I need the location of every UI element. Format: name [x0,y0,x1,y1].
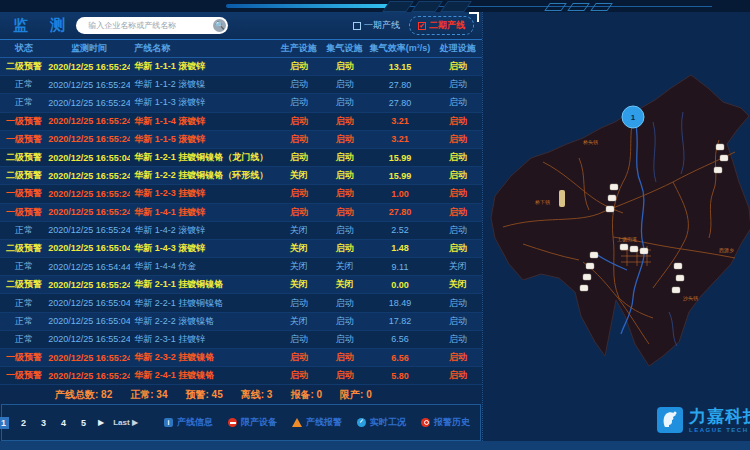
cell-eff: 1.00 [366,189,433,199]
table-row[interactable]: 一级预警2020/12/25 16:55:24华新 2-3-2 挂镀镍铬启动启动… [0,349,482,367]
cell-status: 一级预警 [0,351,48,364]
cell-gas: 启动 [323,60,366,73]
legend-alarm-history[interactable]: 报警历史 [421,416,470,429]
cell-treat: 启动 [434,60,482,73]
cell-prod: 启动 [275,297,323,310]
cell-eff: 27.80 [366,80,433,90]
table-row[interactable]: 正常2020/12/25 16:55:24华新 1-1-3 滚镀锌启动启动27.… [0,94,482,112]
table-row[interactable]: 一级预警2020/12/25 16:55:24华新 1-4-1 挂镀锌启动启动2… [0,204,482,222]
legend-label: 实时工况 [370,416,406,429]
phase2-checkbox[interactable]: ✔ 二期产线 [409,16,474,35]
column-header: 状态 [0,42,48,55]
cell-prod: 启动 [275,187,323,200]
table-header: 状态监测时间产线名称生产设施集气设施集气效率(m³/s)处理设施 [0,40,482,58]
bottom-strip [0,441,750,450]
table-row[interactable]: 正常2020/12/25 16:55:04华新 2-2-2 滚镀镍铬关闭启动17… [0,313,482,331]
logo-icon [657,407,683,433]
cell-treat: 关闭 [434,260,482,273]
cell-gas: 启动 [323,351,366,364]
cell-name: 华新 1-2-2 挂镀铜镍铬（环形线） [130,169,275,182]
table-row[interactable]: 一级预警2020/12/25 16:55:24华新 1-2-3 挂镀锌启动启动1… [0,185,482,203]
cell-treat: 启动 [434,369,482,382]
page-button[interactable]: 3 [38,417,49,429]
cell-prod: 启动 [275,151,323,164]
alarm-history-icon [421,418,430,427]
cell-eff: 27.80 [366,98,433,108]
landmark-marker[interactable] [559,190,565,207]
legend-label: 限产设备 [241,416,277,429]
cell-name: 华新 2-3-1 挂镀锌 [130,333,275,346]
cell-prod: 启动 [275,206,323,219]
summary-item: 正常: 34 [130,388,167,402]
search-input[interactable] [86,20,213,31]
cell-name: 华新 1-4-3 滚镀锌 [130,242,275,255]
column-header: 处理设施 [434,42,482,55]
legend-line-alert[interactable]: 产线报警 [292,416,342,429]
cell-time: 2020/12/25 16:55:04 [48,298,130,308]
map-panel[interactable]: 1 桥头镇桥下镇上塘街道西源乡沙头镇 [482,12,750,441]
table-row[interactable]: 正常2020/12/25 16:55:24华新 1-1-2 滚镀镍启动启动27.… [0,76,482,94]
cell-status: 正常 [0,78,48,91]
cell-status: 二级预警 [0,242,48,255]
cell-gas: 启动 [323,369,366,382]
table-row[interactable]: 一级预警2020/12/25 16:55:24华新 2-4-1 挂镀镍铬启动启动… [0,367,482,385]
page-button[interactable]: 1 [0,417,9,429]
cell-status: 二级预警 [0,169,48,182]
table-row[interactable]: 正常2020/12/25 16:54:44华新 1-4-4 仿金关闭关闭9.11… [0,258,482,276]
cell-status: 二级预警 [0,151,48,164]
table-row[interactable]: 正常2020/12/25 16:55:24华新 1-4-2 滚镀锌关闭启动2.5… [0,222,482,240]
map-place-label: 上塘街道 [617,236,637,243]
map-place-label: 桥头镇 [582,139,598,145]
table-row[interactable]: 二级预警2020/12/25 16:55:04华新 1-2-1 挂镀铜镍铬（龙门… [0,149,482,167]
search-icon[interactable]: 🔍 [213,19,226,32]
cell-prod: 启动 [275,133,323,146]
cell-gas: 启动 [323,151,366,164]
next-page-icon[interactable]: ▶ [98,418,104,427]
cell-time: 2020/12/25 16:55:04 [48,243,130,253]
table-row[interactable]: 一级预警2020/12/25 16:55:24华新 1-1-4 滚镀锌启动启动3… [0,113,482,131]
legend-restricted-device[interactable]: 限产设备 [228,416,277,429]
cell-status: 正常 [0,315,48,328]
cell-time: 2020/12/25 16:55:24 [48,334,130,344]
page-button[interactable]: 5 [78,417,89,429]
cell-eff: 13.15 [366,62,433,72]
cell-time: 2020/12/25 16:55:24 [48,207,130,217]
cell-eff: 3.21 [366,134,433,144]
last-page-button[interactable]: Last ▶ [113,418,138,427]
legend-bar: i产线信息限产设备产线报警实时工况报警历史 [164,416,470,429]
legend-realtime-status[interactable]: 实时工况 [357,416,406,429]
logo-en: LEAGUE TECH [689,427,750,433]
monitor-table: 二级预警2020/12/25 16:55:24华新 1-1-1 滚镀锌启动启动1… [0,58,482,385]
cell-gas: 启动 [323,297,366,310]
table-row[interactable]: 正常2020/12/25 16:55:24华新 2-3-1 挂镀锌启动启动6.5… [0,331,482,349]
cell-gas: 关闭 [323,260,366,273]
table-row[interactable]: 二级预警2020/12/25 16:55:24华新 2-1-1 挂镀铜镍铬关闭关… [0,276,482,294]
table-row[interactable]: 二级预警2020/12/25 16:55:24华新 1-1-1 滚镀锌启动启动1… [0,58,482,76]
page-button[interactable]: 2 [18,417,29,429]
cell-treat: 启动 [434,333,482,346]
cell-gas: 启动 [323,206,366,219]
legend-line-info[interactable]: i产线信息 [164,416,213,429]
company-logo: 力嘉科技 LEAGUE TECH [657,407,750,433]
column-header: 产线名称 [130,42,275,55]
cell-treat: 启动 [434,242,482,255]
decor-tabs [386,1,468,12]
header-bar: 监 测 🔍 一期产线 ✔ 二期产线 [0,12,482,40]
cell-treat: 启动 [434,315,482,328]
bottom-bar: 12345▶Last ▶ i产线信息限产设备产线报警实时工况报警历史 [1,404,481,441]
cell-gas: 启动 [323,187,366,200]
cell-eff: 27.80 [366,207,433,217]
table-row[interactable]: 正常2020/12/25 16:55:04华新 2-2-1 挂镀铜镍铬启动启动1… [0,294,482,312]
table-row[interactable]: 一级预警2020/12/25 16:55:24华新 1-1-5 滚镀锌启动启动3… [0,131,482,149]
cell-prod: 启动 [275,333,323,346]
column-header: 集气设施 [323,42,366,55]
cell-treat: 启动 [434,96,482,109]
table-row[interactable]: 二级预警2020/12/25 16:55:24华新 1-2-2 挂镀铜镍铬（环形… [0,167,482,185]
cell-time: 2020/12/25 16:55:24 [48,353,130,363]
page-button[interactable]: 4 [58,417,69,429]
cell-eff: 9.11 [366,262,433,272]
table-row[interactable]: 二级预警2020/12/25 16:55:04华新 1-4-3 滚镀锌关闭启动1… [0,240,482,258]
cell-name: 华新 1-2-3 挂镀锌 [130,187,275,200]
phase1-checkbox[interactable]: 一期产线 [353,19,400,32]
phase2-label: 二期产线 [429,19,465,32]
